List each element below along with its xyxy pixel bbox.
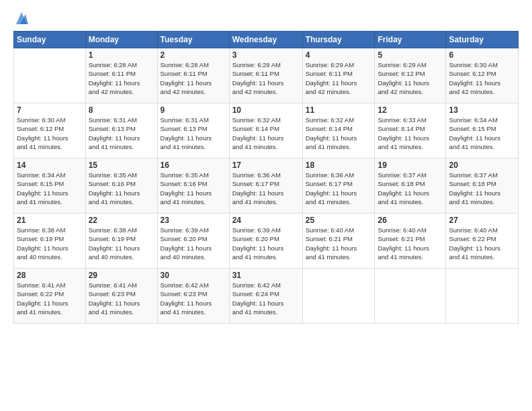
day-info: Sunrise: 6:28 AMSunset: 6:11 PMDaylight:…: [161, 60, 226, 96]
day-number: 12: [378, 105, 443, 115]
day-number: 6: [449, 50, 515, 60]
logo-icon: [15, 11, 28, 26]
calendar-week-1: 1Sunrise: 6:28 AMSunset: 6:11 PMDaylight…: [14, 48, 519, 103]
day-info: Sunrise: 6:34 AMSunset: 6:15 PMDaylight:…: [449, 116, 515, 151]
day-info: Sunrise: 6:35 AMSunset: 6:16 PMDaylight:…: [89, 171, 154, 206]
day-info: Sunrise: 6:31 AMSunset: 6:13 PMDaylight:…: [161, 116, 226, 151]
day-number: 20: [449, 161, 515, 170]
day-info: Sunrise: 6:41 AMSunset: 6:22 PMDaylight:…: [17, 281, 83, 316]
day-number: 29: [89, 271, 154, 280]
day-number: 11: [306, 105, 372, 115]
calendar-cell: [446, 269, 519, 324]
day-number: 2: [161, 50, 226, 60]
day-info: Sunrise: 6:31 AMSunset: 6:13 PMDaylight:…: [89, 116, 154, 151]
day-number: 13: [449, 105, 515, 115]
calendar-cell: 4Sunrise: 6:29 AMSunset: 6:11 PMDaylight…: [302, 48, 375, 103]
calendar-cell: 16Sunrise: 6:35 AMSunset: 6:16 PMDayligh…: [157, 158, 229, 214]
calendar-cell: 20Sunrise: 6:37 AMSunset: 6:18 PMDayligh…: [446, 158, 519, 214]
calendar-week-3: 14Sunrise: 6:34 AMSunset: 6:15 PMDayligh…: [14, 158, 519, 214]
calendar-week-2: 7Sunrise: 6:30 AMSunset: 6:12 PMDaylight…: [14, 103, 519, 158]
day-info: Sunrise: 6:42 AMSunset: 6:24 PMDaylight:…: [232, 281, 300, 316]
header: [13, 12, 519, 24]
calendar-week-5: 28Sunrise: 6:41 AMSunset: 6:22 PMDayligh…: [14, 269, 519, 324]
day-info: Sunrise: 6:40 AMSunset: 6:22 PMDaylight:…: [449, 226, 515, 261]
day-info: Sunrise: 6:39 AMSunset: 6:20 PMDaylight:…: [161, 226, 226, 261]
calendar-cell: 24Sunrise: 6:39 AMSunset: 6:20 PMDayligh…: [229, 214, 302, 269]
day-info: Sunrise: 6:37 AMSunset: 6:18 PMDaylight:…: [449, 171, 515, 206]
calendar-cell: 30Sunrise: 6:42 AMSunset: 6:23 PMDayligh…: [157, 269, 229, 324]
day-number: 17: [232, 161, 300, 170]
day-number: 16: [161, 161, 226, 170]
day-info: Sunrise: 6:38 AMSunset: 6:19 PMDaylight:…: [89, 226, 154, 261]
calendar-header-tuesday: Tuesday: [157, 32, 229, 48]
day-info: Sunrise: 6:30 AMSunset: 6:12 PMDaylight:…: [449, 60, 515, 96]
day-number: 15: [89, 161, 154, 170]
calendar-cell: 11Sunrise: 6:32 AMSunset: 6:14 PMDayligh…: [302, 103, 375, 158]
day-number: 27: [449, 216, 515, 225]
calendar-cell: 29Sunrise: 6:41 AMSunset: 6:23 PMDayligh…: [85, 269, 157, 324]
calendar-cell: 15Sunrise: 6:35 AMSunset: 6:16 PMDayligh…: [85, 158, 157, 214]
calendar-cell: 7Sunrise: 6:30 AMSunset: 6:12 PMDaylight…: [14, 103, 86, 158]
day-number: 25: [306, 216, 372, 225]
day-info: Sunrise: 6:32 AMSunset: 6:14 PMDaylight:…: [306, 116, 372, 151]
calendar-header-wednesday: Wednesday: [229, 32, 302, 48]
day-number: 14: [17, 161, 83, 170]
day-info: Sunrise: 6:32 AMSunset: 6:14 PMDaylight:…: [232, 116, 300, 151]
day-info: Sunrise: 6:36 AMSunset: 6:17 PMDaylight:…: [232, 171, 300, 206]
day-number: 19: [378, 161, 443, 170]
calendar-cell: 14Sunrise: 6:34 AMSunset: 6:15 PMDayligh…: [14, 158, 86, 214]
calendar-cell: 28Sunrise: 6:41 AMSunset: 6:22 PMDayligh…: [14, 269, 86, 324]
calendar-cell: 12Sunrise: 6:33 AMSunset: 6:14 PMDayligh…: [375, 103, 446, 158]
day-info: Sunrise: 6:29 AMSunset: 6:11 PMDaylight:…: [306, 60, 372, 96]
calendar-cell: [375, 269, 446, 324]
day-info: Sunrise: 6:36 AMSunset: 6:17 PMDaylight:…: [306, 171, 372, 206]
calendar-cell: 17Sunrise: 6:36 AMSunset: 6:17 PMDayligh…: [229, 158, 302, 214]
day-info: Sunrise: 6:38 AMSunset: 6:19 PMDaylight:…: [17, 226, 83, 261]
calendar-cell: 25Sunrise: 6:40 AMSunset: 6:21 PMDayligh…: [302, 214, 375, 269]
day-number: 8: [89, 105, 154, 115]
calendar-cell: 21Sunrise: 6:38 AMSunset: 6:19 PMDayligh…: [14, 214, 86, 269]
day-number: 5: [378, 50, 443, 60]
day-info: Sunrise: 6:37 AMSunset: 6:18 PMDaylight:…: [378, 171, 443, 206]
day-number: 7: [17, 105, 83, 115]
calendar-cell: 9Sunrise: 6:31 AMSunset: 6:13 PMDaylight…: [157, 103, 229, 158]
day-number: 10: [232, 105, 300, 115]
logo: [13, 12, 28, 24]
day-number: 31: [232, 271, 300, 280]
calendar-table: SundayMondayTuesdayWednesdayThursdayFrid…: [13, 31, 519, 324]
day-number: 28: [17, 271, 83, 280]
calendar-cell: 1Sunrise: 6:28 AMSunset: 6:11 PMDaylight…: [85, 48, 157, 103]
day-info: Sunrise: 6:33 AMSunset: 6:14 PMDaylight:…: [378, 116, 443, 151]
calendar-cell: 5Sunrise: 6:29 AMSunset: 6:12 PMDaylight…: [375, 48, 446, 103]
calendar-cell: 13Sunrise: 6:34 AMSunset: 6:15 PMDayligh…: [446, 103, 519, 158]
day-number: 24: [232, 216, 300, 225]
day-info: Sunrise: 6:29 AMSunset: 6:11 PMDaylight:…: [232, 60, 300, 96]
day-info: Sunrise: 6:40 AMSunset: 6:21 PMDaylight:…: [378, 226, 443, 261]
calendar-cell: 22Sunrise: 6:38 AMSunset: 6:19 PMDayligh…: [85, 214, 157, 269]
day-info: Sunrise: 6:29 AMSunset: 6:12 PMDaylight:…: [378, 60, 443, 96]
day-info: Sunrise: 6:34 AMSunset: 6:15 PMDaylight:…: [17, 171, 83, 206]
day-info: Sunrise: 6:28 AMSunset: 6:11 PMDaylight:…: [89, 60, 154, 96]
calendar-week-4: 21Sunrise: 6:38 AMSunset: 6:19 PMDayligh…: [14, 214, 519, 269]
calendar-header-monday: Monday: [85, 32, 157, 48]
day-number: 22: [89, 216, 154, 225]
day-info: Sunrise: 6:40 AMSunset: 6:21 PMDaylight:…: [306, 226, 372, 261]
day-number: 23: [161, 216, 226, 225]
day-number: 26: [378, 216, 443, 225]
calendar-header-sunday: Sunday: [14, 32, 86, 48]
calendar-header-friday: Friday: [375, 32, 446, 48]
day-info: Sunrise: 6:30 AMSunset: 6:12 PMDaylight:…: [17, 116, 83, 151]
calendar-header-saturday: Saturday: [446, 32, 519, 48]
calendar-header-row: SundayMondayTuesdayWednesdayThursdayFrid…: [14, 32, 519, 48]
calendar-cell: 23Sunrise: 6:39 AMSunset: 6:20 PMDayligh…: [157, 214, 229, 269]
calendar-cell: 26Sunrise: 6:40 AMSunset: 6:21 PMDayligh…: [375, 214, 446, 269]
day-info: Sunrise: 6:35 AMSunset: 6:16 PMDaylight:…: [161, 171, 226, 206]
day-info: Sunrise: 6:39 AMSunset: 6:20 PMDaylight:…: [232, 226, 300, 261]
calendar-page: SundayMondayTuesdayWednesdayThursdayFrid…: [0, 0, 532, 411]
calendar-cell: 3Sunrise: 6:29 AMSunset: 6:11 PMDaylight…: [229, 48, 302, 103]
day-number: 18: [306, 161, 372, 170]
day-number: 21: [17, 216, 83, 225]
calendar-cell: 2Sunrise: 6:28 AMSunset: 6:11 PMDaylight…: [157, 48, 229, 103]
day-number: 30: [161, 271, 226, 280]
calendar-header-thursday: Thursday: [302, 32, 375, 48]
